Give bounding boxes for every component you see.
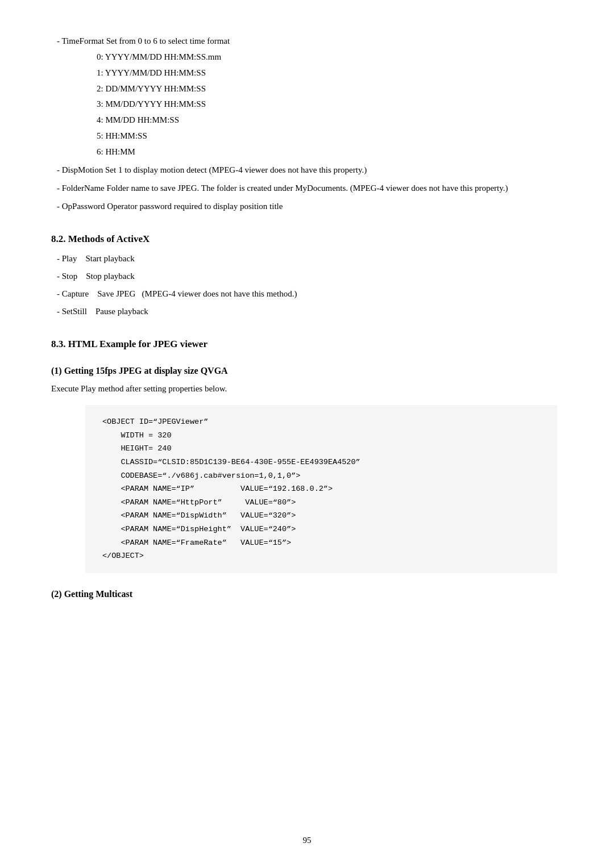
method-stop: - Stop Stop playback [51, 269, 557, 283]
timeformat-section: - TimeFormat Set from 0 to 6 to select t… [51, 34, 557, 213]
method-setstill-name: - SetStill [57, 307, 96, 316]
oppassword-item: - OpPassword Operator password required … [51, 199, 557, 213]
section-83-sub1-intro: Execute Play method after setting proper… [51, 382, 557, 396]
foldername-item: - FolderName Folder name to save JPEG. T… [51, 181, 557, 195]
method-capture-name: - Capture [57, 289, 97, 298]
method-play-name: - Play [57, 254, 85, 263]
method-setstill: - SetStill Pause playback [51, 304, 557, 319]
timeformat-option-0: 0: YYYY/MM/DD HH:MM:SS.mm [51, 50, 557, 64]
page-content: - TimeFormat Set from 0 to 6 to select t… [0, 0, 614, 868]
method-setstill-desc: Pause playback [96, 307, 148, 316]
method-stop-desc: Stop playback [86, 272, 134, 281]
timeformat-option-3: 3: MM/DD/YYYY HH:MM:SS [51, 97, 557, 111]
section-83-sub1-heading: (1) Getting 15fps JPEG at display size Q… [51, 366, 557, 376]
dispmotion-item: - DispMotion Set 1 to display motion det… [51, 163, 557, 177]
method-capture-desc: Save JPEG (MPEG-4 viewer does not have t… [97, 289, 297, 298]
method-capture: - Capture Save JPEG (MPEG-4 viewer does … [51, 287, 557, 301]
section-83-sub2-heading: (2) Getting Multicast [51, 589, 557, 599]
timeformat-option-1: 1: YYYY/MM/DD HH:MM:SS [51, 66, 557, 80]
timeformat-intro: - TimeFormat Set from 0 to 6 to select t… [51, 34, 557, 48]
section-83: 8.3. HTML Example for JPEG viewer (1) Ge… [51, 339, 557, 599]
section-83-heading: 8.3. HTML Example for JPEG viewer [51, 339, 557, 350]
section-82: 8.2. Methods of ActiveX - Play Start pla… [51, 233, 557, 318]
timeformat-option-2: 2: DD/MM/YYYY HH:MM:SS [51, 82, 557, 96]
section-82-heading: 8.2. Methods of ActiveX [51, 233, 557, 245]
page-number: 95 [303, 836, 312, 845]
method-stop-name: - Stop [57, 272, 86, 281]
timeformat-option-6: 6: HH:MM [51, 145, 557, 159]
timeformat-options: 0: YYYY/MM/DD HH:MM:SS.mm 1: YYYY/MM/DD … [51, 50, 557, 158]
method-play-desc: Start playback [85, 254, 134, 263]
timeformat-option-5: 5: HH:MM:SS [51, 129, 557, 143]
code-block-jpeg: <OBJECT ID=“JPEGViewer” WIDTH = 320 HEIG… [85, 405, 557, 573]
timeformat-option-4: 4: MM/DD HH:MM:SS [51, 113, 557, 127]
method-play: - Play Start playback [51, 252, 557, 266]
